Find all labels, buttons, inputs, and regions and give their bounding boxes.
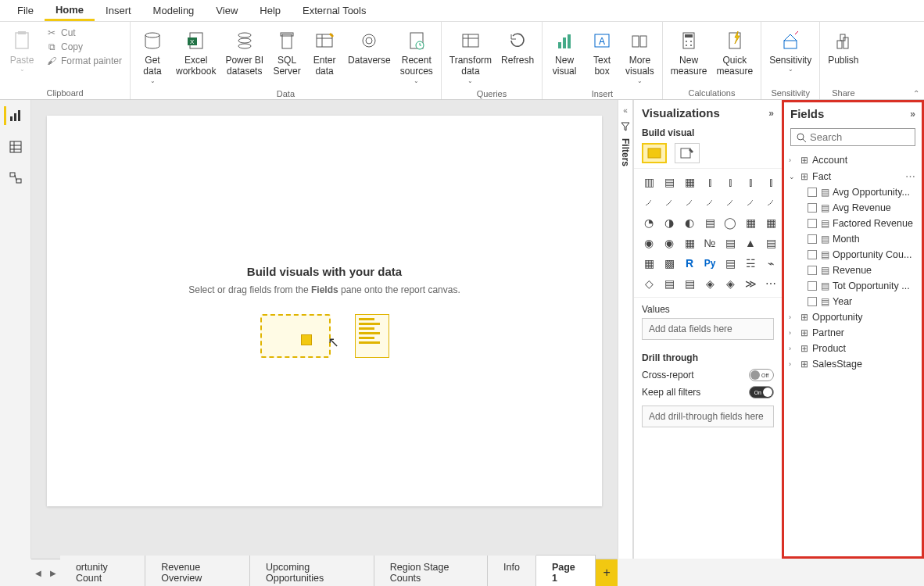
refresh-button[interactable]: Refresh [498, 25, 537, 69]
viz-type-31[interactable]: Py [701, 255, 718, 272]
collapse-fields-icon[interactable]: » [910, 109, 915, 120]
viz-type-8[interactable]: ⟋ [661, 194, 678, 211]
viz-type-25[interactable]: ▤ [722, 234, 739, 252]
viz-type-13[interactable]: ⟋ [762, 194, 779, 211]
expand-filters-icon[interactable]: « [623, 106, 628, 115]
field-avg-revenue[interactable]: ▤Avg Revenue [784, 200, 922, 216]
filters-pane-collapsed[interactable]: « Filters [618, 100, 633, 559]
page-tab-region-stage-counts[interactable]: Region Stage Counts [374, 556, 488, 586]
page-tab-page-1[interactable]: Page 1 [536, 555, 596, 586]
text-box-button[interactable]: AText box [585, 25, 619, 80]
sql-server-button[interactable]: SQL Server [270, 25, 304, 80]
menu-file[interactable]: File [6, 2, 45, 20]
viz-type-23[interactable]: ▦ [681, 234, 698, 252]
table-opportunity[interactable]: ›⊞Opportunity [784, 309, 922, 325]
search-input[interactable] [810, 131, 924, 143]
page-tab-revenue-overview[interactable]: Revenue Overview [145, 556, 250, 586]
data-view-button[interactable] [6, 138, 25, 156]
drill-through-dropzone[interactable]: Add drill-through fields here [642, 406, 774, 427]
collapse-ribbon-button[interactable]: ⌃ [913, 89, 919, 98]
viz-type-30[interactable]: R [681, 255, 698, 272]
enter-data-button[interactable]: Enter data [307, 25, 342, 80]
viz-type-39[interactable]: ◈ [722, 275, 739, 292]
viz-type-35[interactable]: ◇ [640, 275, 657, 292]
menu-modeling[interactable]: Modeling [142, 2, 206, 20]
tabs-scroll-left[interactable]: ◀ [31, 569, 45, 577]
table-account[interactable]: ›⊞Account [784, 152, 922, 168]
field-tot-opportunity----[interactable]: ▤Tot Opportunity ... [784, 278, 922, 294]
page-tab-upcoming-opportunities[interactable]: Upcoming Opportunities [250, 556, 374, 586]
viz-type-4[interactable]: ⫿ [722, 173, 739, 191]
format-painter-button[interactable]: 🖌Format painter [45, 55, 122, 67]
excel-button[interactable]: XExcel workbook [173, 25, 219, 80]
viz-type-2[interactable]: ▦ [681, 173, 698, 191]
model-view-button[interactable] [6, 169, 25, 188]
field-year[interactable]: ▤Year [784, 294, 922, 309]
viz-type-34[interactable]: ⌁ [762, 255, 779, 272]
menu-external-tools[interactable]: External Tools [292, 2, 377, 20]
viz-type-12[interactable]: ⟋ [742, 194, 759, 211]
viz-type-21[interactable]: ◉ [640, 234, 657, 252]
viz-type-27[interactable]: ▤ [762, 234, 779, 252]
copy-button[interactable]: ⧉Copy [45, 41, 122, 53]
field-revenue[interactable]: ▤Revenue [784, 263, 922, 278]
publish-button[interactable]: Publish [825, 25, 861, 69]
transform-data-button[interactable]: Transform data⌄ [446, 25, 495, 88]
new-measure-button[interactable]: New measure [668, 25, 711, 80]
keep-filters-toggle[interactable]: On [749, 386, 774, 398]
new-visual-button[interactable]: New visual [547, 25, 582, 80]
viz-type-15[interactable]: ◑ [661, 214, 678, 231]
viz-type-14[interactable]: ◔ [640, 214, 657, 231]
viz-type-3[interactable]: ⫿ [701, 173, 718, 191]
viz-type-18[interactable]: ◯ [722, 214, 739, 231]
recent-sources-button[interactable]: Recent sources⌄ [397, 25, 436, 88]
values-dropzone[interactable]: Add data fields here [642, 318, 774, 340]
viz-type-29[interactable]: ▩ [661, 255, 678, 272]
viz-type-28[interactable]: ▦ [640, 255, 657, 272]
viz-type-16[interactable]: ◐ [681, 214, 698, 231]
field-month[interactable]: ▤Month [784, 231, 922, 247]
menu-insert[interactable]: Insert [95, 2, 142, 20]
tabs-scroll-right[interactable]: ▶ [45, 569, 59, 577]
menu-help[interactable]: Help [249, 2, 292, 20]
build-visual-tab[interactable] [642, 143, 667, 163]
cross-report-toggle[interactable]: Off [749, 369, 774, 381]
viz-type-36[interactable]: ▤ [661, 275, 678, 292]
field-avg-opportunity---[interactable]: ▤Avg Opportunity... [784, 184, 922, 200]
report-canvas[interactable]: Build visuals with your data Select or d… [47, 116, 602, 506]
dataverse-button[interactable]: Dataverse [345, 25, 394, 69]
viz-type-6[interactable]: ⫿ [762, 173, 779, 191]
more-visuals-button[interactable]: More visuals⌄ [622, 25, 657, 88]
quick-measure-button[interactable]: Quick measure [713, 25, 756, 80]
viz-type-22[interactable]: ◉ [661, 234, 678, 252]
get-data-button[interactable]: Get data⌄ [135, 25, 170, 88]
viz-type-24[interactable]: № [701, 234, 718, 252]
viz-type-40[interactable]: ≫ [742, 275, 759, 292]
viz-type-38[interactable]: ◈ [701, 275, 718, 292]
paste-button[interactable]: Paste ⌄ [5, 25, 39, 77]
collapse-viz-icon[interactable]: » [768, 108, 774, 119]
viz-type-32[interactable]: ▤ [722, 255, 739, 272]
viz-type-17[interactable]: ▤ [701, 214, 718, 231]
field-opportunity-cou---[interactable]: ▤Opportunity Cou... [784, 247, 922, 263]
viz-type-0[interactable]: ▥ [640, 173, 657, 191]
report-view-button[interactable] [4, 106, 23, 125]
viz-type-41[interactable]: ⋯ [762, 275, 779, 292]
cut-button[interactable]: ✂Cut [45, 27, 122, 39]
pbi-datasets-button[interactable]: Power BI datasets [222, 25, 267, 80]
viz-type-33[interactable]: ☵ [742, 255, 759, 272]
viz-type-5[interactable]: ⫿ [742, 173, 759, 191]
viz-type-7[interactable]: ⟋ [640, 194, 657, 211]
format-visual-tab[interactable] [675, 143, 700, 163]
field-factored-revenue[interactable]: ▤Factored Revenue [784, 216, 922, 231]
fields-search[interactable] [790, 128, 915, 146]
sensitivity-button[interactable]: Sensitivity⌄ [766, 25, 815, 77]
menu-view[interactable]: View [205, 2, 249, 20]
menu-home[interactable]: Home [45, 1, 95, 21]
viz-type-11[interactable]: ⟋ [722, 194, 739, 211]
viz-type-37[interactable]: ▤ [681, 275, 698, 292]
add-page-button[interactable]: + [596, 559, 618, 586]
page-tab-ortunity-count[interactable]: ortunity Count [60, 556, 145, 586]
viz-type-10[interactable]: ⟋ [701, 194, 718, 211]
table-salesstage[interactable]: ›⊞SalesStage [784, 356, 922, 372]
